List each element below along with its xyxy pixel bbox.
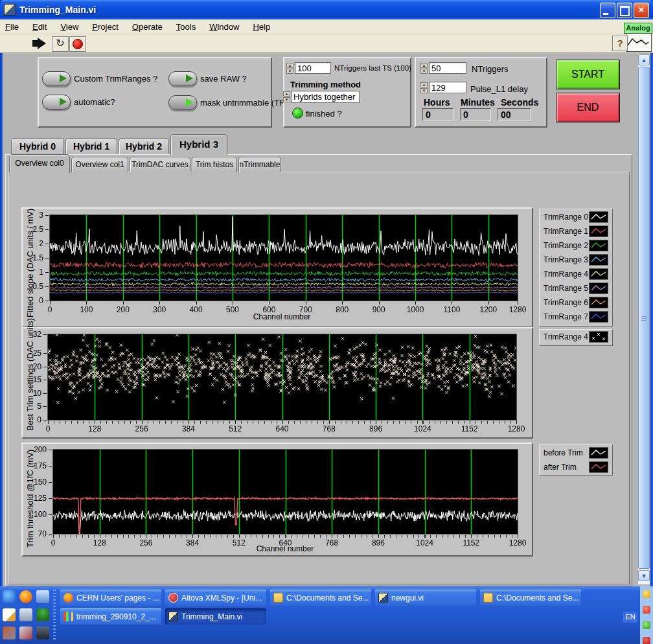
legend-item[interactable]: before Trim [542,446,608,459]
tab-hybrid-3[interactable]: Hybrid 3 [170,134,227,155]
task-trimming-file[interactable]: trimming_290910_2_... [60,608,161,625]
legend-sample[interactable] [589,461,608,473]
legend-item[interactable]: TrimRange 4 [542,330,608,343]
root-icon[interactable] [36,608,49,621]
ntriggers-spinner[interactable]: ▲▼ [420,63,428,75]
app3-icon[interactable] [36,627,49,639]
pulse-delay-input[interactable]: 129 [429,82,466,93]
menu-operate[interactable]: Operate [132,22,163,32]
legend-item[interactable]: TrimRange 7 [542,310,608,323]
legend-item[interactable]: TrimRange 5 [542,282,608,295]
legend-item[interactable]: TrimRange 0 [542,211,608,224]
tray-icon-3[interactable] [643,621,650,629]
abort-button[interactable] [69,36,86,52]
scrollbar-thumb[interactable] [638,67,650,569]
legend-sample[interactable] [589,240,608,251]
ntriggers-last-input[interactable]: 100 [295,62,331,74]
legend-sample[interactable] [589,297,608,308]
app2-icon[interactable] [19,627,32,639]
menu-edit[interactable]: Edit [32,22,47,32]
legend-item[interactable]: after Trim [542,461,608,474]
task-documents-1[interactable]: C:\Documents and Se... [270,590,371,606]
legend-sample[interactable] [589,447,608,459]
x-tick [471,535,472,538]
y-tick-label: 1 [19,268,43,277]
menu-view[interactable]: View [60,22,78,32]
scroll-down-button[interactable]: ▼ [638,570,650,581]
y-tick [49,466,52,466]
y-tick-label: 25 [17,349,41,358]
mask-untrimmable-toggle[interactable] [168,95,197,110]
x-tick-label: 700 [292,305,320,314]
legend-sample[interactable] [589,268,608,280]
x-tick [233,301,233,305]
tray-icon-4[interactable] [643,637,650,644]
minimize-button[interactable] [600,3,615,18]
app1-icon[interactable] [3,627,16,639]
tab-ntrimmable[interactable]: nTrimmable [238,157,281,172]
waveform-icon[interactable] [626,33,652,52]
tray-icon-1[interactable] [643,590,650,598]
ntriggers-input[interactable]: 50 [429,62,466,74]
task-label: C:\Documents and Se... [286,593,369,603]
start-button[interactable]: START [556,60,620,89]
task-newgui[interactable]: newgui.vi [375,590,476,606]
legend-item[interactable]: TrimRange 2 [542,239,608,252]
task-label: newgui.vi [391,593,424,603]
menu-file[interactable]: File [5,22,19,32]
x-tick-label: 1280 [502,424,531,433]
pulse-delay-spinner[interactable]: ▲▼ [420,82,428,94]
tab-trim-histos[interactable]: Trim histos [192,157,237,172]
menu-help[interactable]: Help [253,22,270,32]
end-button[interactable]: END [556,93,620,122]
internet-explorer-icon[interactable] [3,590,16,603]
task-documents-2[interactable]: C:\Documents and Se... [480,590,581,606]
tab-overview-col0[interactable]: Overview col0 [9,154,70,173]
y-tick [49,450,52,450]
tab-trimdac-curves[interactable]: TrimDAC curves [130,157,190,172]
help-button[interactable]: ? [612,36,628,51]
menu-tools[interactable]: Tools [176,22,196,32]
legend-sample[interactable] [589,211,608,223]
custom-trimranges-toggle[interactable] [42,71,71,86]
title-bar[interactable]: Trimming_Main.vi × [0,0,653,19]
legend-sample[interactable] [589,254,608,266]
task-xmlspy[interactable]: Altova XMLSpy - [Uni... [165,590,266,606]
notepad-icon[interactable] [3,608,16,621]
tab-hybrid-1[interactable]: Hybrid 1 [65,138,117,155]
legend-item[interactable]: TrimRange 3 [542,253,608,266]
task-cern-pages[interactable]: CERN Users' pages - ... [60,590,161,606]
task-trimming-main[interactable]: Trimming_Main.vi [165,608,266,625]
legend-sample[interactable] [589,225,608,237]
tray-icon-2[interactable] [643,606,650,614]
firefox-icon[interactable] [19,590,32,603]
x-tick-label: 1100 [437,305,466,314]
maximize-button[interactable] [617,3,632,18]
y-tick-label: 20 [17,362,41,371]
scroll-up-button[interactable]: ▲ [638,54,650,65]
legend-sample[interactable] [589,282,608,294]
tab-overview-col1[interactable]: Overview col1 [71,157,128,172]
trim-threshold-graph: Trim threshold @1fC (mV) Channel number … [21,443,533,557]
computer-icon[interactable] [19,608,32,621]
trimming-method-spinner[interactable]: ▲▼ [283,91,290,103]
run-continuous-button[interactable]: ↻ [52,36,69,52]
tab-hybrid-2[interactable]: Hybrid 2 [119,138,169,155]
legend-sample[interactable] [589,331,608,343]
legend-item[interactable]: TrimRange 1 [542,225,608,238]
legend-item[interactable]: TrimRange 6 [542,296,608,309]
trimming-method-combo[interactable]: Hybrids together [291,91,360,103]
tab-hybrid-0[interactable]: Hybrid 0 [11,138,64,155]
menu-project[interactable]: Project [92,22,118,32]
ntriggers-last-spinner[interactable]: ▲▼ [286,63,293,75]
legend-item[interactable]: TrimRange 4 [542,268,608,281]
language-indicator[interactable]: EN [623,612,637,623]
close-button[interactable]: × [634,3,649,18]
save-raw-toggle[interactable] [168,71,197,86]
y-tick [45,215,49,216]
x-tick-label: 384 [178,538,207,547]
menu-window[interactable]: Window [209,22,239,32]
legend-sample[interactable] [589,311,608,323]
messenger-icon[interactable] [36,590,49,603]
automatic-toggle[interactable] [42,95,71,109]
